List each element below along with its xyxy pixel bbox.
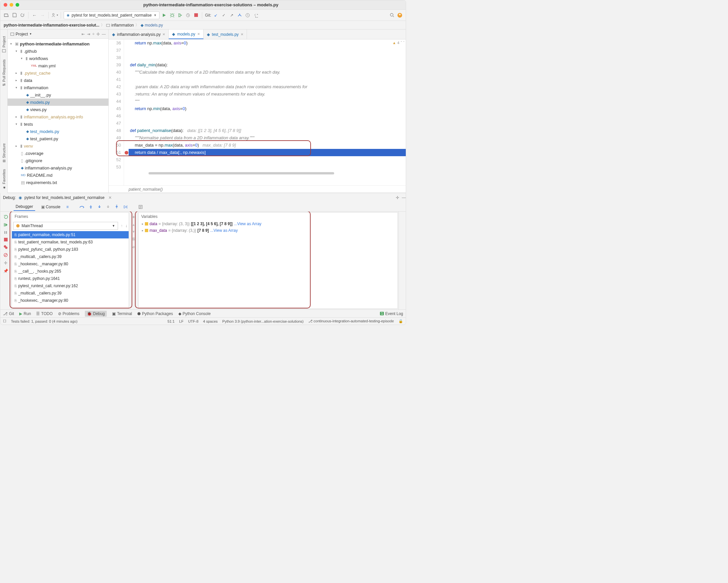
todo-tab[interactable]: ☰TODO <box>36 311 52 316</box>
step-over-icon[interactable] <box>79 205 84 209</box>
stop-icon[interactable] <box>192 12 199 19</box>
tree-mainyml[interactable]: YMLmain.yml <box>8 62 108 69</box>
git-history-icon[interactable] <box>236 12 243 19</box>
close-debug-icon[interactable]: ✕ <box>108 195 112 200</box>
pause-icon[interactable] <box>4 230 8 234</box>
close-window-icon[interactable] <box>4 3 7 7</box>
rerun-icon[interactable] <box>3 214 8 219</box>
git-tab[interactable]: ⎇Git <box>3 311 14 316</box>
tree-github[interactable]: ▾▮.github <box>8 47 108 55</box>
problems-tab[interactable]: ⊘Problems <box>58 311 80 316</box>
tree-workflows[interactable]: ▾▮workflows <box>8 55 108 62</box>
tree-readme[interactable]: MDREADME.md <box>8 172 108 179</box>
git-pull-icon[interactable]: ↙ <box>212 12 219 19</box>
coverage-icon[interactable] <box>177 12 183 19</box>
project-side-tab[interactable]: Project <box>2 36 6 53</box>
tree-root[interactable]: ▾▣python-intermediate-inflammation <box>8 40 108 47</box>
tool-window-quick-icon[interactable]: ☐ <box>3 319 6 323</box>
tree-test-models[interactable]: ◆test_models.py <box>8 128 108 135</box>
tree-inflammation[interactable]: ▾▮inflammation <box>8 84 108 91</box>
terminal-tab[interactable]: ▣Terminal <box>112 311 132 316</box>
forward-icon[interactable]: → <box>39 12 46 19</box>
python-packages-tab[interactable]: ⬢Python Packages <box>137 311 173 316</box>
caret-position[interactable]: 51:1 <box>167 319 174 323</box>
tree-requirements[interactable]: ▤requirements.txt <box>8 179 108 186</box>
tree-egginfo[interactable]: ▸▮inflammation_analysis.egg-info <box>8 113 108 120</box>
interpreter[interactable]: Python 3.9 (python-inter...ation-exercis… <box>223 319 304 323</box>
project-tree[interactable]: ▾▣python-intermediate-inflammation ▾▮.gi… <box>8 39 108 193</box>
profile-icon[interactable] <box>185 12 191 19</box>
open-icon[interactable] <box>3 12 9 19</box>
users-icon[interactable]: ▾ <box>51 12 58 19</box>
debug-tab[interactable]: 🐞Debug <box>85 311 107 317</box>
view-breakpoints-icon[interactable] <box>3 245 8 249</box>
indent-setting[interactable]: 4 spaces <box>203 319 218 323</box>
debug-icon[interactable] <box>169 12 175 19</box>
hide-panel-icon[interactable]: — <box>102 32 106 36</box>
tree-data[interactable]: ▸▮data <box>8 77 108 84</box>
run-tab[interactable]: ▶Run <box>19 311 31 316</box>
add-watch-icon[interactable]: + <box>132 214 135 220</box>
settings-debug-icon[interactable]: ✢ <box>4 261 7 265</box>
threads-icon[interactable]: ≡ <box>66 205 69 209</box>
tree-pytest-cache[interactable]: ▸▮.pytest_cache <box>8 69 108 77</box>
tree-coverage[interactable]: ▯.coverage <box>8 150 108 157</box>
tree-gitignore[interactable]: ▯.gitignore <box>8 157 108 164</box>
breadcrumb-file[interactable]: ◆ models.py <box>140 23 163 27</box>
resume-icon[interactable] <box>3 223 8 227</box>
git-push-icon[interactable]: ↗ <box>228 12 235 19</box>
hide-debug-icon[interactable]: — <box>402 195 406 200</box>
git-branch-status[interactable]: ⎇ continuous-integration-automated-testi… <box>308 319 394 323</box>
tree-tests[interactable]: ▾▮tests <box>8 120 108 128</box>
code-editor[interactable]: ▲4 ˆˇ 36373839 40414243 44454647 4849505… <box>109 40 406 185</box>
pull-requests-side-tab[interactable]: ⇅Pull Requests <box>2 59 6 86</box>
tree-inflammation-analysis[interactable]: ◆inflammation-analysis.py <box>8 164 108 172</box>
tree-init[interactable]: ◆__init__.py <box>8 91 108 99</box>
breadcrumb-root[interactable]: python-intermediate-inflammation-exercis… <box>4 23 100 27</box>
step-out-icon[interactable] <box>114 205 119 209</box>
run-to-cursor-icon[interactable] <box>123 205 128 209</box>
run-icon[interactable] <box>161 12 167 19</box>
tree-venv[interactable]: ▸▮venv <box>8 142 108 150</box>
search-icon[interactable] <box>389 12 395 19</box>
code-text[interactable]: return np.max(data, axis=0) def daily_mi… <box>129 40 406 185</box>
mute-breakpoints-icon[interactable] <box>3 253 8 257</box>
pin-icon[interactable]: 📌 <box>3 269 8 273</box>
test-status[interactable]: Tests failed: 1, passed: 0 (4 minutes ag… <box>11 319 78 323</box>
structure-side-tab[interactable]: ⊞Structure <box>2 143 6 162</box>
expand-icon[interactable]: ⇥ <box>87 32 90 36</box>
debug-gear-icon[interactable]: ✢ <box>396 195 399 200</box>
event-log-tab[interactable]: 1Event Log <box>380 311 403 316</box>
tree-views[interactable]: ◆views.py <box>8 106 108 113</box>
gear-icon[interactable]: ✢ <box>97 32 100 36</box>
collapse-icon[interactable]: ⇤ <box>82 32 85 36</box>
back-icon[interactable]: ← <box>31 12 38 19</box>
force-step-icon[interactable] <box>106 205 110 209</box>
breadcrumb-pkg[interactable]: inflammation <box>106 23 134 27</box>
close-tab-icon[interactable]: ✕ <box>197 32 200 36</box>
ide-update-icon[interactable] <box>396 12 403 19</box>
file-encoding[interactable]: UTF-8 <box>188 319 198 323</box>
clock-icon[interactable] <box>244 12 251 19</box>
lock-icon[interactable]: 🔒 <box>398 319 403 323</box>
editor-breadcrumb[interactable]: patient_normalise() <box>109 185 406 193</box>
python-console-tab[interactable]: ◆Python Console <box>178 311 211 316</box>
debugger-tab[interactable]: Debugger <box>14 203 35 211</box>
step-into-my-icon[interactable] <box>97 205 102 209</box>
favorites-side-tab[interactable]: ★Favorites <box>2 169 6 190</box>
tree-test-patient[interactable]: ◆test_patient.py <box>8 135 108 142</box>
tab-models[interactable]: ◆models.py✕ <box>169 29 204 39</box>
line-ending[interactable]: LF <box>179 319 184 323</box>
maximize-window-icon[interactable] <box>16 3 19 7</box>
horizontal-scrollbar[interactable] <box>149 172 334 174</box>
tab-inflammation-analysis[interactable]: ◆inflammation-analysis.py✕ <box>109 29 169 39</box>
git-commit-icon[interactable]: ✓ <box>220 12 227 19</box>
console-tab[interactable]: ▣ Console <box>39 203 62 210</box>
breakpoint-gutter[interactable] <box>124 40 129 185</box>
close-tab-icon[interactable]: ✕ <box>162 32 165 36</box>
undo-icon[interactable] <box>252 12 259 19</box>
refresh-icon[interactable] <box>19 12 26 19</box>
step-into-icon[interactable] <box>88 205 93 209</box>
tree-models[interactable]: ◆models.py <box>8 99 108 106</box>
save-icon[interactable] <box>11 12 18 19</box>
